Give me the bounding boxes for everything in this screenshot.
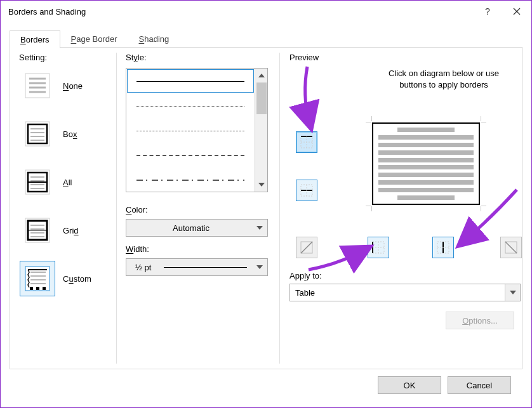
setting-grid-label: Grid [63,226,79,235]
setting-none[interactable]: None [20,68,83,103]
setting-all[interactable]: All [20,164,72,200]
tabbar: Borders Page Border Shading [10,27,522,48]
preview-line [397,128,455,132]
scroll-up-button[interactable] [255,69,267,82]
preview-hint: Click on diagram below or use buttons to… [376,68,512,90]
style-label: Style: [126,53,147,62]
tab-borders-label: Borders [20,35,50,44]
setting-custom[interactable]: Custom [20,261,91,296]
border-vertical-inside-button[interactable] [432,237,454,258]
style-list[interactable] [126,68,268,192]
border-top-button[interactable] [296,131,317,153]
divider [116,53,117,364]
dialog-footer: OK Cancel [10,369,522,401]
tab-page-border[interactable]: Page Border [60,30,128,48]
chevron-down-icon [258,183,265,187]
style-option-solid[interactable] [126,69,255,93]
preview-label: Preview [289,53,319,62]
border-left-icon [371,240,385,254]
apply-to-label: Apply to: [289,271,322,280]
divider [279,53,280,364]
ok-button[interactable]: OK [378,376,441,394]
ok-button-label: OK [404,381,416,390]
preview-diagram[interactable] [364,117,526,230]
svg-line-53 [505,242,517,253]
style-list-items [126,69,255,192]
tab-borders[interactable]: Borders [10,30,60,48]
setting-box-label: Box [63,129,77,139]
border-diag-up-button[interactable] [500,237,522,258]
setting-label: Setting: [19,53,47,62]
border-top-icon [300,135,314,149]
style-option-dash-small[interactable] [126,118,255,143]
setting-all-icon [20,164,55,200]
preview-line [378,158,474,162]
setting-grid[interactable]: Grid [20,213,79,248]
tab-shading-label: Shading [139,34,170,44]
preview-line [397,195,455,200]
svg-rect-33 [30,287,33,290]
setting-custom-icon [20,261,55,296]
border-horizontal-inside-icon [300,183,314,197]
width-sample-line [164,267,247,268]
annotation-arrow-icon [288,60,326,136]
width-label: Width: [126,244,149,254]
options-button: Options... [446,312,514,329]
apply-to-button[interactable] [505,284,520,301]
border-horizontal-inside-button[interactable] [296,180,317,201]
width-combo[interactable]: ½ pt [126,258,268,276]
svg-rect-35 [43,287,46,290]
svg-rect-7 [25,122,50,146]
width-value-wrap: ½ pt [126,263,252,272]
border-left-button[interactable] [368,237,389,258]
preview-line [378,173,474,177]
tab-page-border-label: Page Border [71,34,117,44]
chevron-down-icon [256,265,263,269]
preview-line [378,188,474,192]
setting-all-label: All [63,178,72,187]
window-title: Borders and Shading [8,7,473,16]
setting-grid-icon [20,213,55,248]
svg-line-44 [301,242,312,253]
help-button[interactable]: ? [473,1,502,22]
svg-rect-2 [25,74,50,98]
style-option-dotted[interactable] [126,93,255,118]
apply-to-select[interactable]: Table [289,284,521,301]
color-combo[interactable]: Automatic [126,219,268,237]
chevron-down-icon [256,226,263,230]
titlebar: Borders and Shading ? [1,1,531,22]
border-vertical-inside-icon [436,240,450,254]
setting-none-icon [20,68,55,103]
scroll-down-button[interactable] [255,178,267,192]
preview-line [378,135,474,140]
style-option-dashdot[interactable] [126,168,255,192]
cancel-button-label: Cancel [467,381,492,390]
color-combo-button[interactable] [252,220,267,236]
preview-line [378,143,474,147]
close-icon [513,8,521,15]
close-button[interactable] [502,1,531,22]
svg-rect-34 [36,287,39,290]
setting-custom-label: Custom [63,274,91,284]
style-option-dash-medium[interactable] [126,143,255,168]
border-diag-down-button[interactable] [296,237,317,258]
tab-shading[interactable]: Shading [128,30,180,48]
border-diag-down-icon [300,240,314,254]
setting-box[interactable]: Box [20,116,77,152]
setting-none-label: None [63,81,83,91]
dialog-window: Borders and Shading ? Borders Page Borde… [0,0,532,408]
dialog-body: Borders Page Border Shading Setting: Non… [1,22,531,407]
chevron-down-icon [510,291,516,294]
color-value: Automatic [126,223,252,233]
width-combo-button[interactable] [252,259,267,275]
options-button-label: Options... [462,316,498,326]
setting-box-icon [20,116,55,152]
preview-box [372,122,480,205]
preview-line [378,165,474,169]
cancel-button[interactable]: Cancel [448,376,511,394]
preview-line [378,150,474,155]
preview-line [378,180,474,185]
scroll-thumb[interactable] [256,82,267,114]
apply-to-value: Table [290,288,505,298]
style-scrollbar[interactable] [255,69,267,192]
